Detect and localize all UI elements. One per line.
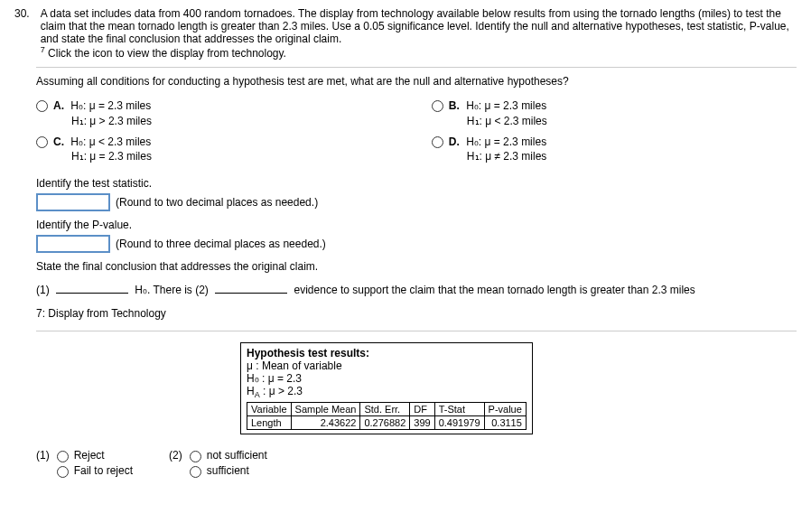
tech-line1: μ : Mean of variable (247, 359, 527, 372)
identify-test-statistic-label: Identify the test statistic. (36, 177, 797, 190)
round-pvalue-hint: (Round to three decimal places as needed… (116, 238, 326, 250)
table-header: Sample Mean (291, 402, 360, 415)
state-conclusion-label: State the final conclusion that addresse… (36, 260, 797, 273)
table-cell: Length (247, 415, 292, 429)
table-cell: 0.491979 (434, 415, 484, 429)
option-a-label: A. (53, 99, 64, 112)
table-header: Variable (247, 402, 292, 415)
radio-fail-to-reject[interactable] (57, 466, 69, 478)
hypotheses-prompt: Assuming all conditions for conducting a… (36, 75, 797, 88)
table-header: P-value (484, 402, 526, 415)
radio-sufficient[interactable] (190, 466, 201, 478)
radio-option-c[interactable] (36, 136, 48, 148)
table-header: Std. Err. (360, 402, 410, 415)
radio-reject[interactable] (57, 451, 69, 462)
opt-reject: Reject (74, 449, 105, 462)
opt-fail-to-reject: Fail to reject (74, 464, 133, 477)
option-b-line1: H₀: μ = 2.3 miles (466, 99, 546, 112)
technology-display-box: Hypothesis test results: μ : Mean of var… (240, 342, 533, 434)
radio-option-b[interactable] (432, 100, 443, 112)
tech-title: Hypothesis test results: (247, 347, 369, 359)
radio-option-d[interactable] (432, 136, 443, 148)
table-cell: 399 (410, 415, 434, 429)
option-c-line2: H₁: μ = 2.3 miles (71, 150, 152, 163)
results-table: Variable Sample Mean Std. Err. DF T-Stat… (247, 402, 527, 430)
option-b-label: B. (449, 99, 460, 112)
conclusion-part1-label: (1) (36, 284, 50, 296)
option-d-line1: H₀: μ = 2.3 miles (466, 135, 546, 148)
question-number: 30. (14, 7, 30, 60)
reference-marker[interactable]: 7 (41, 45, 45, 54)
round-test-hint: (Round to two decimal places as needed.) (116, 196, 318, 209)
option-d-line2: H₁: μ ≠ 2.3 miles (467, 150, 547, 163)
radio-not-sufficient[interactable] (190, 451, 201, 462)
table-header: DF (410, 402, 434, 415)
tech-line2: H₀ : μ = 2.3 (247, 372, 527, 385)
conclusion-blank-2[interactable] (215, 293, 287, 294)
table-cell: 0.276882 (360, 415, 410, 429)
tech-line3: HA : μ > 2.3 (247, 385, 527, 399)
table-cell: 2.43622 (291, 415, 360, 429)
table-row: Length 2.43622 0.276882 399 0.491979 0.3… (247, 415, 527, 429)
conclusion-blank-1[interactable] (56, 293, 128, 294)
opt-not-sufficient: not sufficient (207, 449, 267, 462)
radio-option-a[interactable] (36, 100, 48, 112)
option-a-line2: H₁: μ > 2.3 miles (71, 115, 152, 127)
opt-sufficient: sufficient (207, 464, 249, 477)
pvalue-input[interactable] (36, 235, 110, 253)
option-a-line1: H₀: μ = 2.3 miles (70, 99, 151, 112)
identify-pvalue-label: Identify the P-value. (36, 219, 797, 231)
table-header: T-Stat (434, 402, 484, 415)
group1-label: (1) (36, 449, 50, 478)
option-d-label: D. (449, 135, 460, 148)
conclusion-mid-text: H₀. There is (135, 284, 191, 296)
table-cell: 0.3115 (484, 415, 526, 429)
option-b-line2: H₁: μ < 2.3 miles (467, 115, 547, 127)
divider (36, 331, 797, 331)
option-c-line1: H₀: μ < 2.3 miles (70, 135, 151, 148)
divider (36, 67, 797, 68)
reference-text[interactable]: Click the icon to view the display from … (48, 47, 286, 60)
group2-label: (2) (169, 449, 182, 478)
tech-display-heading: 7: Display from Technology (36, 307, 797, 320)
conclusion-end-text: evidence to support the claim that the m… (294, 284, 695, 296)
conclusion-part2-label: (2) (195, 284, 209, 296)
option-c-label: C. (53, 135, 64, 148)
question-text: A data set includes data from 400 random… (41, 7, 797, 45)
test-statistic-input[interactable] (36, 193, 110, 211)
